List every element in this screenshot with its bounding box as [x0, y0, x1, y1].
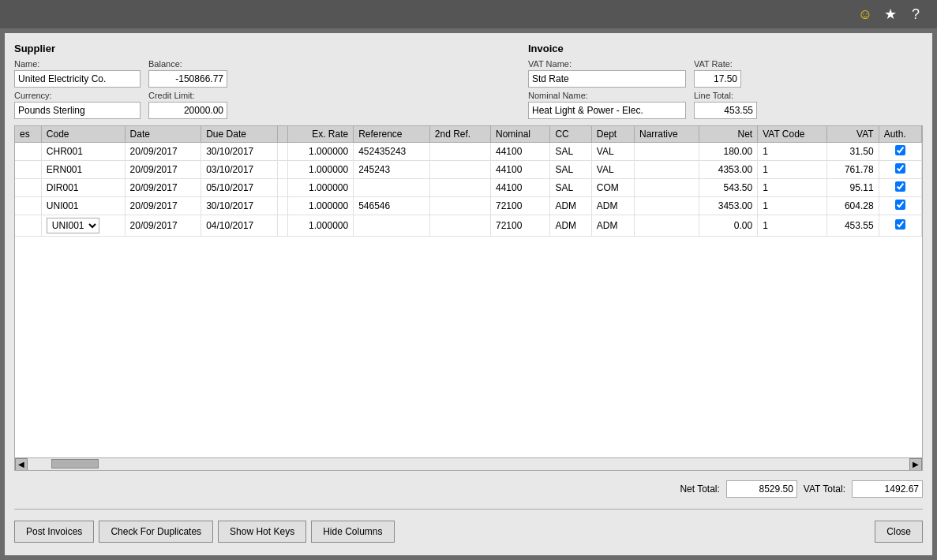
cell-due-date: 30/10/2017: [201, 197, 278, 215]
cell-code[interactable]: UNI001: [41, 215, 125, 237]
credit-limit-input[interactable]: [148, 102, 227, 119]
check-duplicates-button[interactable]: Check For Duplicates: [99, 521, 213, 543]
table-row: CHR00120/09/201730/10/20171.000000452435…: [15, 143, 922, 161]
cell-nominal: 72100: [490, 197, 549, 215]
col-vat-code: VAT Code: [758, 126, 827, 143]
col-vat: VAT: [826, 126, 879, 143]
auth-checkbox[interactable]: [895, 219, 905, 230]
code-dropdown[interactable]: UNI001: [47, 218, 99, 233]
cell-reference: [354, 215, 430, 237]
cell-due-date: 03/10/2017: [201, 161, 278, 179]
main-table: es Code Date Due Date Ex. Rate Reference…: [15, 126, 922, 237]
horizontal-scrollbar[interactable]: ◀ ▶: [15, 457, 922, 470]
currency-input[interactable]: [14, 102, 141, 119]
col-2nd-ref: 2nd Ref.: [429, 126, 490, 143]
col-spacer: [277, 126, 287, 143]
star-icon[interactable]: ★: [882, 6, 899, 23]
scroll-thumb[interactable]: [51, 459, 99, 469]
cell-spacer: [277, 197, 287, 215]
col-reference: Reference: [354, 126, 430, 143]
nominal-name-label: Nominal Name:: [528, 91, 686, 100]
col-code: Code: [41, 126, 125, 143]
cell-dept: COM: [591, 179, 634, 197]
cell-reference: 546546: [354, 197, 430, 215]
cell-auth[interactable]: [879, 143, 921, 161]
cell-vat-code: 1: [758, 179, 827, 197]
close-button[interactable]: Close: [875, 521, 923, 543]
cell-2nd-ref: [429, 179, 490, 197]
cell-reference: [354, 179, 430, 197]
cell-auth[interactable]: [879, 161, 921, 179]
cell-es: [15, 161, 41, 179]
cell-date: 20/09/2017: [125, 161, 201, 179]
cell-vat: 453.55: [826, 215, 879, 237]
hide-columns-button[interactable]: Hide Columns: [311, 521, 394, 543]
vat-name-input[interactable]: [528, 70, 686, 88]
cell-vat-code: 1: [758, 143, 827, 161]
cell-auth[interactable]: [879, 179, 921, 197]
cell-code: DIR001: [41, 179, 125, 197]
cell-vat: 95.11: [826, 179, 879, 197]
show-hot-keys-button[interactable]: Show Hot Keys: [218, 521, 306, 543]
table-row: ERN00120/09/201703/10/20171.000000245243…: [15, 161, 922, 179]
cell-es: [15, 215, 41, 237]
cell-narrative: [635, 197, 699, 215]
line-total-group: Line Total:: [694, 91, 757, 119]
cell-net: 180.00: [699, 143, 758, 161]
cell-ex-rate: 1.000000: [287, 161, 353, 179]
col-due-date: Due Date: [201, 126, 278, 143]
cell-narrative: [635, 215, 699, 237]
cell-es: [15, 179, 41, 197]
table-header-row: es Code Date Due Date Ex. Rate Reference…: [15, 126, 922, 143]
line-total-input[interactable]: [694, 102, 757, 119]
post-invoices-button[interactable]: Post Invoices: [14, 521, 94, 543]
cell-vat: 31.50: [826, 143, 879, 161]
vat-rate-input[interactable]: [694, 70, 741, 88]
cell-2nd-ref: [429, 143, 490, 161]
vat-name-group: VAT Name:: [528, 59, 686, 88]
balance-label: Balance:: [148, 59, 227, 69]
cell-net: 0.00: [699, 215, 758, 237]
vat-total-label: VAT Total:: [804, 483, 845, 495]
supplier-name-input[interactable]: [14, 70, 141, 88]
cell-spacer: [277, 161, 287, 179]
table-row: UNI00120/09/201730/10/20171.000000546546…: [15, 197, 922, 215]
bottom-bar: Post Invoices Check For Duplicates Show …: [14, 517, 923, 546]
cell-auth[interactable]: [879, 197, 921, 215]
cell-net: 543.50: [699, 179, 758, 197]
auth-checkbox[interactable]: [895, 145, 905, 155]
cell-2nd-ref: [429, 161, 490, 179]
nominal-name-input[interactable]: [528, 102, 686, 119]
cell-code: ERN001: [41, 161, 125, 179]
scroll-track[interactable]: [28, 458, 909, 470]
table-row: UNI00120/09/201704/10/20171.00000072100A…: [15, 215, 922, 237]
net-total-input[interactable]: [726, 480, 797, 498]
col-cc: CC: [550, 126, 591, 143]
cell-narrative: [635, 179, 699, 197]
cell-reference: 452435243: [354, 143, 430, 161]
name-label: Name:: [14, 59, 141, 69]
credit-limit-group: Credit Limit:: [148, 91, 227, 119]
auth-checkbox[interactable]: [895, 181, 905, 192]
cell-ex-rate: 1.000000: [287, 179, 353, 197]
table-scroll-wrapper[interactable]: es Code Date Due Date Ex. Rate Reference…: [15, 126, 922, 457]
scroll-left-button[interactable]: ◀: [15, 458, 28, 471]
supplier-title: Supplier: [14, 43, 314, 54]
balance-group: Balance:: [148, 59, 227, 88]
cell-es: [15, 143, 41, 161]
cell-auth[interactable]: [879, 215, 921, 237]
help-icon[interactable]: ?: [907, 6, 924, 23]
cell-2nd-ref: [429, 197, 490, 215]
nominal-name-group: Nominal Name:: [528, 91, 686, 119]
cell-ex-rate: 1.000000: [287, 143, 353, 161]
cell-dept: VAL: [591, 143, 634, 161]
col-es: es: [15, 126, 41, 143]
totals-row: Net Total: VAT Total:: [14, 477, 923, 501]
smiley-icon[interactable]: ☺: [856, 6, 874, 23]
scroll-right-button[interactable]: ▶: [909, 458, 922, 471]
bottom-divider: [14, 509, 923, 510]
balance-input[interactable]: [148, 70, 227, 88]
auth-checkbox[interactable]: [895, 163, 905, 174]
vat-total-input[interactable]: [852, 480, 923, 498]
auth-checkbox[interactable]: [895, 200, 905, 210]
